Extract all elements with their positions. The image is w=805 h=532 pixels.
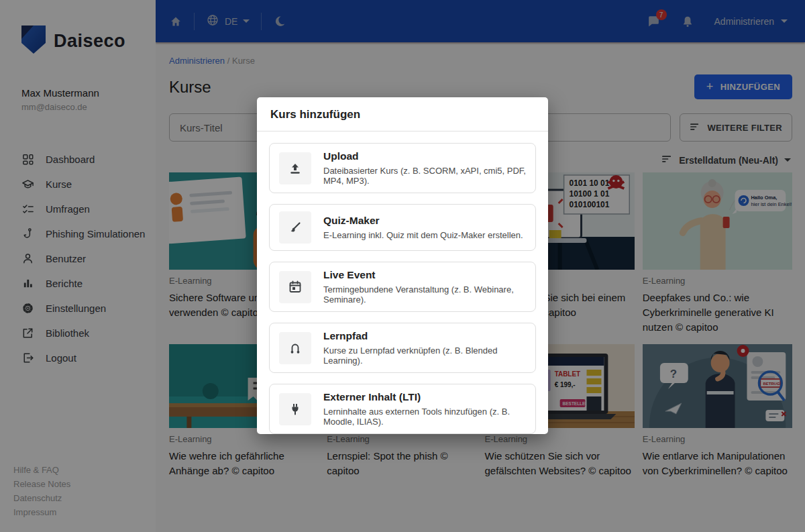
option-title: Live Event bbox=[323, 269, 526, 281]
modal-header: Kurs hinzufügen bbox=[257, 97, 548, 131]
modal-option-lernpfad[interactable]: Lernpfad Kurse zu Lernpfad verknüpfen (z… bbox=[269, 323, 536, 373]
modal-option-quiz-maker[interactable]: Quiz-Maker E-Learning inkl. Quiz mit dem… bbox=[269, 204, 536, 251]
modal-option-externer-inhalt-lti[interactable]: Externer Inhalt (LTI) Lerninhalte aus ex… bbox=[269, 384, 536, 434]
option-title: Externer Inhalt (LTI) bbox=[323, 391, 526, 403]
option-title: Lernpfad bbox=[323, 330, 526, 342]
modal-option-live-event[interactable]: Live Event Termingebundene Veranstaltung… bbox=[269, 262, 536, 312]
option-description: E-Learning inkl. Quiz mit dem Quiz-Maker… bbox=[323, 230, 523, 240]
option-title: Upload bbox=[323, 150, 526, 162]
modal-option-upload[interactable]: Upload Dateibasierter Kurs (z. B. SCORM,… bbox=[269, 143, 536, 193]
modal-title: Kurs hinzufügen bbox=[270, 108, 535, 121]
upload-icon bbox=[279, 152, 311, 184]
calendar-icon bbox=[279, 271, 311, 303]
option-description: Termingebundene Veranstaltung (z. B. Web… bbox=[323, 284, 526, 305]
route-icon bbox=[279, 332, 311, 364]
plug-icon bbox=[279, 393, 311, 425]
option-title: Quiz-Maker bbox=[323, 215, 523, 227]
modal-body: Upload Dateibasierter Kurs (z. B. SCORM,… bbox=[257, 131, 548, 434]
option-description: Lerninhalte aus externen Tools hinzufüge… bbox=[323, 407, 526, 427]
option-description: Dateibasierter Kurs (z. B. SCORM, xAPI, … bbox=[323, 166, 526, 186]
add-course-modal: Kurs hinzufügen Upload Dateibasierter Ku… bbox=[257, 97, 548, 434]
brush-icon bbox=[279, 211, 311, 244]
option-description: Kurse zu Lernpfad verknüpfen (z. B. Blen… bbox=[323, 345, 526, 366]
